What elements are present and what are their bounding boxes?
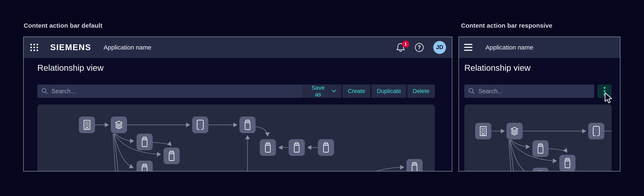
content-action-bar — [464, 84, 612, 98]
delete-button[interactable]: Delete — [407, 84, 435, 98]
diagram-node-container[interactable] — [532, 168, 548, 171]
relationship-diagram-canvas — [464, 105, 612, 171]
diagram-node-container[interactable] — [164, 148, 180, 164]
app-header: SIEMENS Application name 1 ? JD — [24, 37, 452, 58]
user-avatar[interactable]: JD — [433, 41, 446, 54]
notifications-button[interactable]: 1 — [396, 43, 406, 52]
container-icon — [538, 171, 543, 172]
header-actions: 1 ? JD — [396, 41, 447, 54]
save-as-label: Save as — [308, 84, 328, 98]
content-action-bar: Save as Create Duplicate Delete — [37, 84, 435, 98]
svg-text:?: ? — [418, 44, 421, 50]
action-button-group: Save as Create Duplicate Delete — [303, 84, 435, 98]
search-icon — [42, 88, 48, 94]
diagram-node-container[interactable] — [532, 140, 548, 157]
chevron-down-icon — [332, 90, 336, 92]
app-grid-icon — [30, 43, 39, 52]
help-button[interactable]: ? — [414, 43, 424, 52]
duplicate-button[interactable]: Duplicate — [372, 84, 406, 98]
section-label-responsive: Content action bar responsive — [461, 22, 552, 29]
app-header: Application name — [459, 37, 620, 58]
diagram-node-container[interactable] — [240, 117, 256, 133]
diagram-node-layers[interactable] — [506, 123, 523, 139]
content-action-bar-responsive-panel: Application name Relationship view — [458, 37, 620, 171]
diagram-node-layers[interactable] — [111, 117, 127, 133]
help-icon: ? — [414, 43, 424, 52]
hamburger-icon — [464, 44, 472, 45]
app-launcher-button[interactable] — [28, 41, 40, 53]
diagram-node-container[interactable] — [406, 159, 422, 171]
diagram-node-building[interactable] — [475, 123, 491, 139]
search-box[interactable] — [37, 84, 303, 98]
diagram-node-container[interactable] — [260, 139, 276, 156]
page-title: Relationship view — [37, 62, 435, 73]
diagram-node-container[interactable] — [136, 134, 153, 150]
diagram-node-building[interactable] — [79, 117, 95, 133]
search-box[interactable] — [464, 84, 594, 98]
create-button[interactable]: Create — [342, 84, 370, 98]
content-action-bar-default-panel: SIEMENS Application name 1 ? JD Relation… — [23, 37, 452, 171]
diagram-node-container[interactable] — [318, 139, 334, 156]
search-input[interactable] — [52, 88, 298, 95]
relationship-diagram-canvas — [37, 105, 435, 171]
diagram-node-container[interactable] — [559, 155, 576, 171]
save-as-button[interactable]: Save as — [303, 84, 342, 98]
application-name: Application name — [486, 44, 533, 51]
application-name: Application name — [104, 44, 152, 51]
siemens-logo: SIEMENS — [50, 43, 91, 52]
search-input[interactable] — [478, 88, 590, 95]
section-label-default: Content action bar default — [24, 22, 102, 29]
diagram-node-device[interactable] — [192, 117, 208, 133]
search-icon — [468, 88, 475, 94]
notification-badge: 1 — [402, 41, 409, 48]
diagram-node-container[interactable] — [136, 161, 153, 171]
diagram-node-device[interactable] — [588, 123, 604, 139]
mouse-cursor — [604, 92, 613, 104]
diagram-node-container[interactable] — [288, 139, 305, 156]
page-title: Relationship view — [464, 62, 612, 73]
menu-button[interactable] — [464, 43, 473, 52]
